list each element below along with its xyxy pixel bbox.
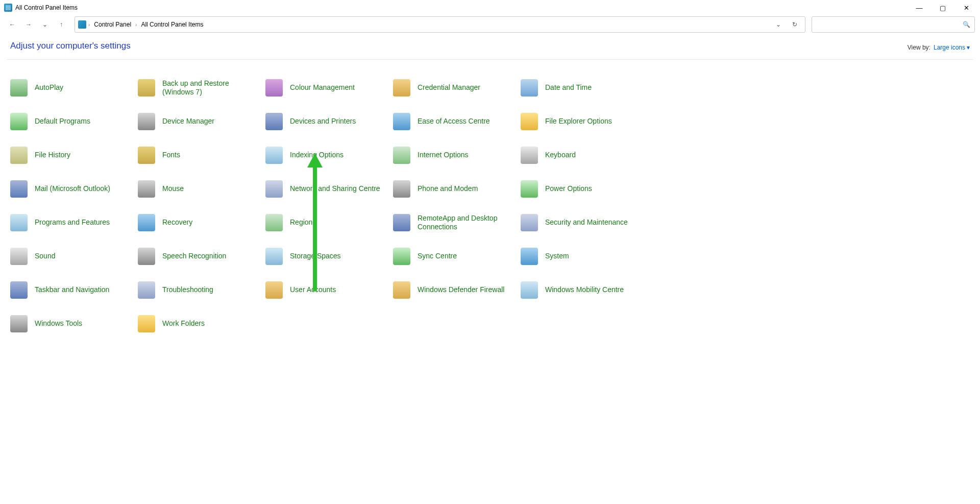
cp-item-sync-centre[interactable]: Sync Centre <box>393 244 521 269</box>
cp-item-windows-tools[interactable]: Windows Tools <box>10 311 138 337</box>
cp-item-devices-and-printers[interactable]: Devices and Printers <box>265 109 393 134</box>
cp-item-file-explorer-options[interactable]: File Explorer Options <box>521 109 648 134</box>
cp-item-indexing-options[interactable]: Indexing Options <box>265 142 393 168</box>
item-label: Colour Management <box>290 83 355 92</box>
breadcrumb-current[interactable]: All Control Panel Items <box>139 20 205 29</box>
item-label: Sync Centre <box>418 252 457 261</box>
control-panel-icon <box>78 20 86 29</box>
item-icon <box>393 79 410 97</box>
item-icon <box>138 315 155 332</box>
cp-item-fonts[interactable]: Fonts <box>138 142 265 168</box>
item-icon <box>138 281 155 299</box>
cp-item-back-up-and-restore-windows-7[interactable]: Back up and Restore (Windows 7) <box>138 75 265 101</box>
view-by-dropdown[interactable]: Large icons ▾ <box>934 44 970 51</box>
item-icon <box>10 147 28 164</box>
cp-item-remoteapp-and-desktop-connections[interactable]: RemoteApp and Desktop Connections <box>393 210 521 235</box>
cp-item-file-history[interactable]: File History <box>10 142 138 168</box>
cp-item-system[interactable]: System <box>521 244 648 269</box>
item-icon <box>265 248 283 265</box>
refresh-button[interactable]: ↻ <box>788 17 802 32</box>
item-icon <box>393 147 410 164</box>
item-label: File Explorer Options <box>545 117 612 126</box>
item-icon <box>521 248 538 265</box>
cp-item-recovery[interactable]: Recovery <box>138 210 265 235</box>
item-label: Internet Options <box>418 151 469 160</box>
cp-item-autoplay[interactable]: AutoPlay <box>10 75 138 101</box>
item-icon <box>265 214 283 231</box>
item-icon <box>138 79 155 97</box>
cp-item-windows-defender-firewall[interactable]: Windows Defender Firewall <box>393 277 521 303</box>
toolbar: ← → ⌄ ↑ › Control Panel › All Control Pa… <box>0 15 980 34</box>
cp-item-windows-mobility-centre[interactable]: Windows Mobility Centre <box>521 277 648 303</box>
item-icon <box>521 113 538 130</box>
close-button[interactable]: ✕ <box>954 0 978 15</box>
cp-item-internet-options[interactable]: Internet Options <box>393 142 521 168</box>
item-icon <box>138 248 155 265</box>
item-label: Recovery <box>162 218 192 227</box>
address-bar[interactable]: › Control Panel › All Control Panel Item… <box>75 16 805 33</box>
chevron-down-icon: ▾ <box>967 44 970 51</box>
search-box[interactable]: 🔍 <box>812 16 975 33</box>
back-button[interactable]: ← <box>5 17 19 32</box>
cp-item-power-options[interactable]: Power Options <box>521 176 648 202</box>
cp-item-colour-management[interactable]: Colour Management <box>265 75 393 101</box>
chevron-right-icon: › <box>88 22 90 28</box>
cp-item-date-and-time[interactable]: Date and Time <box>521 75 648 101</box>
maximize-button[interactable]: ▢ <box>931 0 954 15</box>
item-label: Troubleshooting <box>162 285 213 295</box>
cp-item-storage-spaces[interactable]: Storage Spaces <box>265 244 393 269</box>
history-dropdown-button[interactable]: ⌄ <box>771 17 786 32</box>
item-label: Mouse <box>162 184 184 194</box>
cp-item-region[interactable]: Region <box>265 210 393 235</box>
item-label: Power Options <box>545 184 592 194</box>
item-label: Fonts <box>162 151 180 160</box>
cp-item-sound[interactable]: Sound <box>10 244 138 269</box>
control-panel-icon <box>4 4 12 12</box>
recent-locations-button[interactable]: ⌄ <box>38 17 52 32</box>
item-label: Programs and Features <box>35 218 110 227</box>
cp-item-keyboard[interactable]: Keyboard <box>521 142 648 168</box>
item-icon <box>138 113 155 130</box>
item-label: AutoPlay <box>35 83 63 92</box>
forward-button[interactable]: → <box>21 17 36 32</box>
item-label: Windows Defender Firewall <box>418 285 504 295</box>
cp-item-user-accounts[interactable]: User Accounts <box>265 277 393 303</box>
cp-item-mail-microsoft-outlook[interactable]: Mail (Microsoft Outlook) <box>10 176 138 202</box>
item-icon <box>10 315 28 332</box>
minimize-button[interactable]: — <box>908 0 931 15</box>
item-icon <box>138 180 155 198</box>
cp-item-default-programs[interactable]: Default Programs <box>10 109 138 134</box>
item-label: Windows Tools <box>35 319 82 328</box>
item-label: Keyboard <box>545 151 576 160</box>
cp-item-credential-manager[interactable]: Credential Manager <box>393 75 521 101</box>
item-icon <box>265 281 283 299</box>
item-label: File History <box>35 151 70 160</box>
item-icon <box>10 113 28 130</box>
cp-item-mouse[interactable]: Mouse <box>138 176 265 202</box>
item-icon <box>10 79 28 97</box>
item-icon <box>265 180 283 198</box>
item-icon <box>521 180 538 198</box>
cp-item-speech-recognition[interactable]: Speech Recognition <box>138 244 265 269</box>
item-label: User Accounts <box>290 285 336 295</box>
cp-item-taskbar-and-navigation[interactable]: Taskbar and Navigation <box>10 277 138 303</box>
item-icon <box>10 248 28 265</box>
window-title: All Control Panel Items <box>15 4 78 11</box>
item-label: Date and Time <box>545 83 592 92</box>
cp-item-programs-and-features[interactable]: Programs and Features <box>10 210 138 235</box>
cp-item-device-manager[interactable]: Device Manager <box>138 109 265 134</box>
cp-item-network-and-sharing-centre[interactable]: Network and Sharing Centre <box>265 176 393 202</box>
up-button[interactable]: ↑ <box>54 17 68 32</box>
cp-item-security-and-maintenance[interactable]: Security and Maintenance <box>521 210 648 235</box>
item-label: RemoteApp and Desktop Connections <box>418 214 516 232</box>
item-icon <box>10 214 28 231</box>
cp-item-work-folders[interactable]: Work Folders <box>138 311 265 337</box>
cp-item-ease-of-access-centre[interactable]: Ease of Access Centre <box>393 109 521 134</box>
breadcrumb-root[interactable]: Control Panel <box>92 20 133 29</box>
item-label: Security and Maintenance <box>545 218 628 227</box>
item-icon <box>393 248 410 265</box>
cp-item-phone-and-modem[interactable]: Phone and Modem <box>393 176 521 202</box>
item-label: Mail (Microsoft Outlook) <box>35 184 110 194</box>
cp-item-troubleshooting[interactable]: Troubleshooting <box>138 277 265 303</box>
search-input[interactable] <box>816 21 963 28</box>
